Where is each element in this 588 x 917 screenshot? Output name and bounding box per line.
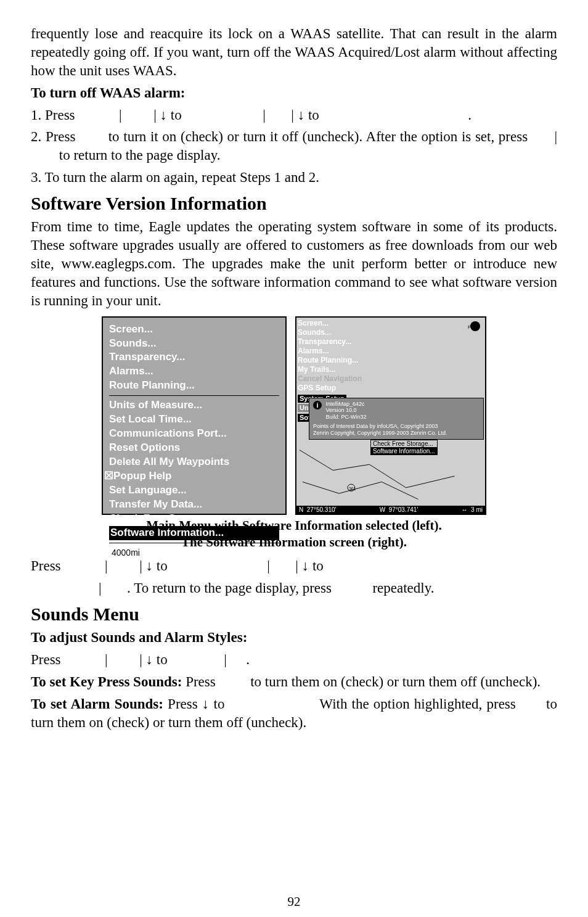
sub-item-highlighted: Software Information... bbox=[370, 447, 438, 455]
press-sequence-2: | . To return to the page display, press… bbox=[31, 579, 557, 598]
text: to return to the page display. bbox=[59, 147, 221, 163]
text: Press bbox=[31, 558, 64, 574]
text: | bbox=[263, 107, 266, 123]
software-info-box: i IntelliMap_642c Version 10.0 Build: PC… bbox=[309, 398, 484, 440]
down-arrow-icon: ↓ bbox=[302, 557, 309, 574]
alarm-sounds: To set Alarm Sounds: Press ↓ to With the… bbox=[31, 695, 557, 732]
down-arrow-icon: ↓ bbox=[160, 107, 168, 123]
down-arrow-icon: ↓ bbox=[146, 651, 153, 667]
text: | bbox=[139, 558, 142, 574]
caption-line-1: Main Menu with Software Information sele… bbox=[146, 518, 442, 533]
down-arrow-icon: ↓ bbox=[202, 696, 210, 712]
text: | bbox=[291, 107, 294, 123]
status-scale: 3 mi bbox=[471, 506, 483, 513]
info-line: Build: PC-Win32 bbox=[326, 414, 367, 420]
text: Popup Help bbox=[113, 470, 171, 482]
status-lat: 27°50.310' bbox=[307, 506, 337, 513]
heading-turn-off-waas: To turn off WAAS alarm: bbox=[31, 84, 557, 102]
text: Press bbox=[186, 674, 219, 689]
text: to bbox=[312, 558, 324, 574]
text: repeatedly. bbox=[372, 580, 434, 596]
text: | bbox=[139, 652, 142, 667]
text: | bbox=[224, 652, 227, 667]
menu-item-disabled: Cancel Navigation bbox=[298, 374, 402, 384]
menu-item: Transfer My Data... bbox=[109, 498, 279, 512]
text: | bbox=[105, 652, 108, 667]
text: | bbox=[119, 107, 122, 123]
sub-menu: Check Free Storage... Software Informati… bbox=[370, 440, 438, 454]
press-sounds: Press | | ↓ to | . bbox=[31, 651, 557, 669]
press-sequence-1: Press | | ↓ to | | ↓ to bbox=[31, 557, 557, 575]
menu-item: Screen... bbox=[109, 323, 279, 337]
text: . bbox=[246, 652, 250, 667]
text: To set Key Press Sounds: bbox=[31, 674, 182, 689]
text: | bbox=[554, 129, 557, 144]
menu-item: GPS Setup bbox=[298, 384, 402, 393]
svg-text:361: 361 bbox=[349, 486, 356, 490]
down-arrow-icon: ↓ bbox=[146, 557, 153, 574]
menu-item: Communications Port... bbox=[109, 427, 279, 441]
text: Press bbox=[168, 696, 202, 712]
heading-adjust-sounds: To adjust Sounds and Alarm Styles: bbox=[31, 628, 557, 647]
heading-software-version: Software Version Information bbox=[31, 193, 557, 214]
menu-item: Route Planning... bbox=[109, 379, 279, 393]
status-bar: N 27°50.310' W 97°03.741' ↔ 3 mi bbox=[296, 506, 485, 514]
down-arrow-icon: ↓ bbox=[298, 107, 305, 123]
page-number: 92 bbox=[0, 894, 588, 910]
status-n: N bbox=[299, 506, 303, 513]
menu-item: Transparency... bbox=[298, 337, 402, 347]
menu-item: Screen... bbox=[298, 319, 402, 328]
arrow-icon: ↔ bbox=[462, 506, 468, 513]
menu-item: My Trails... bbox=[298, 365, 402, 374]
map-background-icon: 361 bbox=[296, 447, 485, 505]
text: to turn it on (check) or turn it off (un… bbox=[108, 129, 532, 144]
text: | bbox=[105, 558, 108, 574]
step-2: 2. Press to turn it on (check) or turn i… bbox=[31, 128, 557, 165]
info-line: Points of Interest Data by infoUSA, Copy… bbox=[313, 423, 480, 430]
text: to bbox=[308, 107, 323, 123]
menu-item: Set Local Time... bbox=[109, 413, 279, 427]
status-w: W bbox=[380, 506, 385, 513]
menu-item-popup-help: ☒Popup Help bbox=[104, 469, 279, 483]
svg-point-2 bbox=[348, 484, 355, 491]
text: . To return to the page display, press bbox=[127, 580, 335, 596]
caption-line-2: The Software Information screen (right). bbox=[181, 535, 407, 549]
sub-item: Check Free Storage... bbox=[370, 440, 438, 448]
menu-item: Units of Measure... bbox=[109, 398, 279, 413]
heading-sounds-menu: Sounds Menu bbox=[31, 604, 557, 625]
text: to bbox=[157, 652, 171, 667]
menu-item: Reset Options bbox=[109, 441, 279, 455]
text: to bbox=[157, 558, 171, 574]
text: . bbox=[468, 107, 472, 123]
menu-item: Route Planning... bbox=[298, 356, 402, 365]
paragraph-svi: From time to time, Eagle updates the ope… bbox=[31, 218, 557, 310]
menu-item: Alarms... bbox=[298, 347, 402, 356]
menu-item: Sounds... bbox=[298, 328, 402, 337]
menu-item: Alarms... bbox=[109, 364, 279, 379]
text: | bbox=[267, 558, 270, 574]
info-icon: i bbox=[313, 401, 322, 409]
text: 1. Press bbox=[31, 107, 78, 123]
text: to bbox=[171, 107, 186, 123]
info-line: IntelliMap_642c bbox=[326, 401, 365, 407]
menu-item: Sounds... bbox=[109, 337, 279, 351]
text: | bbox=[295, 558, 298, 574]
screenshot-main-menu: Screen... Sounds... Transparency... Alar… bbox=[102, 316, 287, 515]
text: With the option highlighted, press bbox=[319, 696, 520, 712]
paragraph-waas-intro: frequently lose and reacquire its lock o… bbox=[31, 25, 557, 80]
text: | bbox=[99, 580, 102, 596]
screenshot-software-info: Pass Screen... Sounds... Transparency...… bbox=[295, 316, 486, 515]
step-3: 3. To turn the alarm on again, repeat St… bbox=[31, 168, 557, 187]
step-1: 1. Press | | ↓ to | | ↓ to . bbox=[31, 106, 557, 125]
info-line: Zenrin Copyright, Copyright 1999-2003 Ze… bbox=[313, 430, 480, 437]
menu-item: Set Language... bbox=[109, 483, 279, 498]
text: to turn them on (check) or turn them off… bbox=[250, 674, 541, 689]
text: To set Alarm Sounds: bbox=[31, 696, 163, 712]
key-press-sounds: To set Key Press Sounds: Press to turn t… bbox=[31, 673, 557, 691]
status-lon: 97°03.741' bbox=[389, 506, 419, 513]
menu-item: Delete All My Waypoints bbox=[109, 455, 279, 469]
text: to bbox=[214, 696, 229, 712]
info-line: Version 10.0 bbox=[326, 407, 357, 413]
text: | bbox=[153, 107, 157, 123]
figure-row: Screen... Sounds... Transparency... Alar… bbox=[31, 316, 557, 515]
